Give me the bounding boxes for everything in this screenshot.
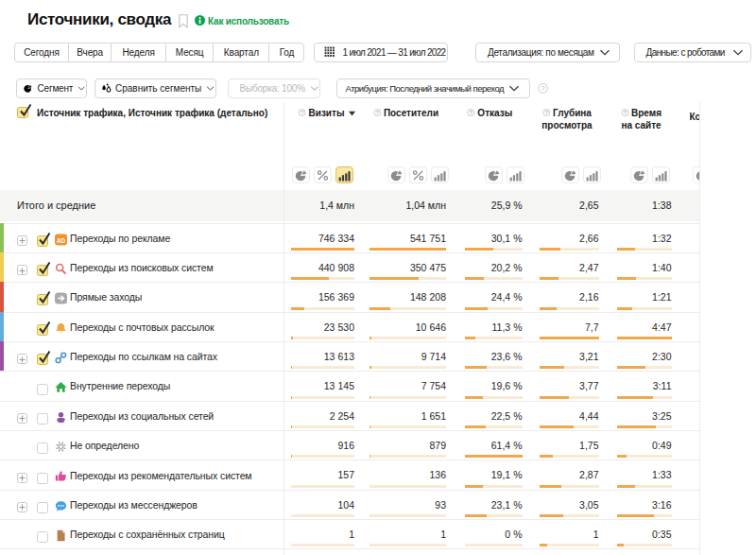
svg-text:?: ? — [301, 110, 303, 115]
svg-text:?: ? — [541, 84, 544, 93]
svg-text:?: ? — [470, 110, 472, 115]
svg-text:AD: AD — [56, 236, 65, 243]
svg-text:?: ? — [623, 110, 626, 115]
svg-text:?: ? — [544, 110, 547, 115]
svg-text:?: ? — [375, 110, 378, 115]
